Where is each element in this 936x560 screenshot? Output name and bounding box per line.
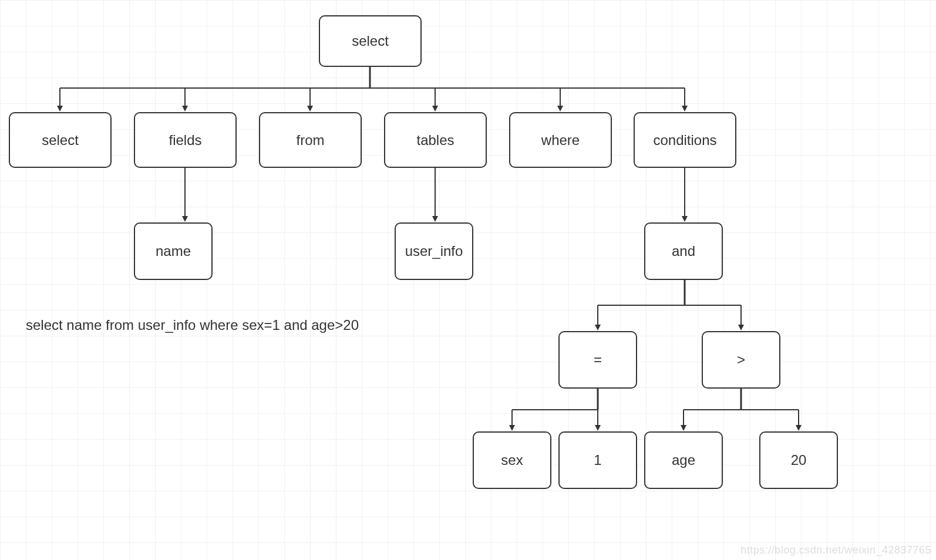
node-label: name [156, 243, 191, 259]
node-label: conditions [653, 132, 716, 149]
node-label: select [352, 33, 389, 49]
node-label: tables [416, 132, 454, 149]
node-fields: fields [134, 112, 237, 168]
node-label: from [297, 132, 325, 149]
node-label: fields [169, 132, 201, 149]
node-label: user_info [405, 243, 463, 259]
watermark-text: https://blog.csdn.net/weixin_42837765 [740, 544, 931, 556]
node-user-info: user_info [395, 222, 473, 280]
node-label: select [42, 132, 79, 149]
node-gt: > [702, 331, 780, 389]
node-eq: = [558, 331, 637, 389]
node-select: select [9, 112, 112, 168]
node-root-select: select [319, 15, 422, 67]
node-label: and [672, 243, 695, 259]
sql-query-text: select name from user_info where sex=1 a… [26, 317, 359, 333]
node-label: 20 [791, 452, 807, 468]
node-label: sex [501, 452, 523, 468]
node-age: age [644, 431, 723, 489]
node-label: = [594, 352, 602, 368]
node-one: 1 [558, 431, 637, 489]
node-label: 1 [594, 452, 601, 468]
node-twenty: 20 [759, 431, 838, 489]
node-label: age [672, 452, 695, 468]
node-conditions: conditions [634, 112, 736, 168]
diagram-canvas: select select fields from tables where c… [0, 0, 936, 560]
node-name: name [134, 222, 213, 280]
node-label: > [737, 352, 745, 368]
node-and: and [644, 222, 723, 280]
node-tables: tables [384, 112, 487, 168]
node-label: where [541, 132, 580, 149]
node-from: from [259, 112, 362, 168]
node-where: where [509, 112, 612, 168]
node-sex: sex [473, 431, 551, 489]
